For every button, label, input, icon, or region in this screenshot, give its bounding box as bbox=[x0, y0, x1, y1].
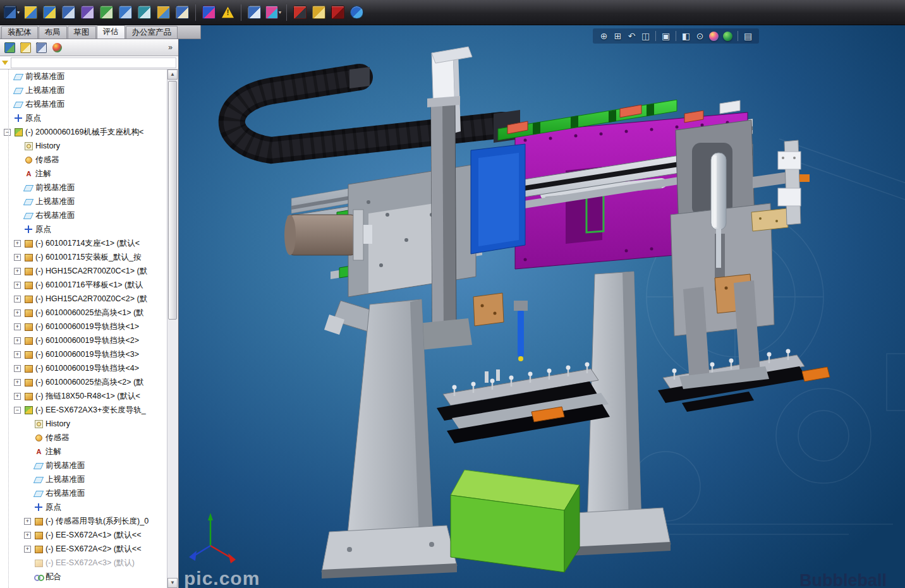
tree-item[interactable]: History bbox=[0, 417, 167, 431]
assembly-document-icon[interactable]: ▾ bbox=[4, 4, 20, 20]
exploded-view-icon[interactable] bbox=[311, 4, 327, 20]
tree-item[interactable]: 原点 bbox=[0, 222, 167, 236]
tab-4[interactable]: 评估 bbox=[97, 25, 125, 39]
curvature-display-icon[interactable]: ▾ bbox=[265, 4, 281, 20]
display-style-icon[interactable]: ◧ bbox=[680, 30, 692, 42]
zoom-to-area-icon[interactable]: ⊞ bbox=[612, 30, 624, 42]
tree-item[interactable]: 前视基准面 bbox=[0, 459, 167, 472]
tree-item[interactable]: 原点 bbox=[0, 500, 167, 514]
tab-5[interactable]: 办公室产品 bbox=[126, 26, 178, 39]
dropdown-arrow-icon[interactable]: ▾ bbox=[279, 9, 281, 15]
tree-item[interactable]: 注解 bbox=[0, 445, 167, 459]
dropdown-arrow-icon[interactable]: ▾ bbox=[17, 9, 20, 15]
tab-2[interactable]: 布局 bbox=[39, 26, 67, 39]
design-report-icon[interactable] bbox=[246, 4, 262, 20]
tree-item[interactable]: 前视基准面 bbox=[0, 69, 167, 83]
tree-item[interactable]: −(-) 20000060169机械手支座机构< bbox=[0, 125, 167, 139]
tree-item[interactable]: +(-) EE-SX672A<1> (默认<< bbox=[0, 528, 167, 542]
motion-study-icon[interactable] bbox=[292, 4, 308, 20]
edit-appearance-icon[interactable] bbox=[709, 32, 719, 41]
expand-toggle[interactable]: + bbox=[24, 546, 31, 553]
featuremanager-tree-tab-icon[interactable] bbox=[3, 41, 16, 54]
previous-view-icon[interactable]: ↶ bbox=[626, 30, 638, 42]
insert-component-icon[interactable] bbox=[23, 4, 39, 20]
expand-toggle[interactable]: + bbox=[14, 323, 21, 330]
expand-toggle[interactable]: + bbox=[14, 254, 21, 261]
expand-toggle[interactable]: + bbox=[14, 268, 21, 275]
tree-item[interactable]: 右视基准面 bbox=[0, 97, 167, 111]
expand-toggle[interactable]: + bbox=[14, 282, 21, 289]
interference-detection-icon[interactable]: ! bbox=[220, 4, 236, 20]
tree-item[interactable]: 传感器 bbox=[0, 431, 167, 445]
scroll-down-button[interactable]: ▼ bbox=[167, 578, 178, 588]
view-orientation-icon[interactable]: ▣ bbox=[660, 30, 672, 42]
tree-item[interactable]: +(-) 传感器用导轨(系列长度)_0 bbox=[0, 514, 167, 528]
propertymanager-tab-icon[interactable] bbox=[19, 41, 32, 54]
reference-geometry-icon[interactable] bbox=[155, 4, 171, 20]
tree-item[interactable]: (-) EE-SX672A<3> (默认) bbox=[0, 556, 167, 570]
tree-item[interactable]: +(-) 60100060019导轨挡块<4> bbox=[0, 361, 167, 375]
edit-appearance-icon[interactable] bbox=[201, 4, 217, 20]
tree-item[interactable]: +(-) 60100060019导轨挡块<1> bbox=[0, 320, 167, 333]
tree-item[interactable]: 前视基准面 bbox=[0, 181, 167, 195]
tree-item[interactable]: −(-) EE-SX672AX3+变长度导轨_ bbox=[0, 403, 167, 417]
expand-toggle[interactable]: + bbox=[14, 365, 21, 372]
panel-overflow-button[interactable]: » bbox=[166, 43, 175, 52]
view-settings-icon[interactable]: ▤ bbox=[742, 30, 754, 42]
expand-toggle[interactable]: + bbox=[14, 337, 21, 344]
expand-toggle[interactable]: + bbox=[14, 240, 21, 247]
tree-item[interactable]: 上视基准面 bbox=[0, 195, 167, 208]
tree-item[interactable]: +(-) EE-SX672A<2> (默认<< bbox=[0, 542, 167, 556]
expand-toggle[interactable]: + bbox=[14, 351, 21, 358]
tree-item[interactable]: +(-) 601001716平移板<1> (默认 bbox=[0, 278, 167, 292]
zoom-to-fit-icon[interactable]: ⊕ bbox=[598, 30, 610, 42]
mate-icon[interactable] bbox=[42, 4, 58, 20]
expand-toggle[interactable]: + bbox=[14, 379, 21, 386]
tree-item[interactable]: +(-) 601001714支座<1> (默认< bbox=[0, 236, 167, 250]
linear-component-pattern-icon[interactable] bbox=[61, 4, 76, 20]
expand-toggle[interactable]: + bbox=[14, 309, 21, 316]
tree-scrollbar[interactable]: ▲ ▼ bbox=[167, 69, 178, 588]
tree-item[interactable]: 上视基准面 bbox=[0, 472, 167, 486]
tree-item[interactable]: 右视基准面 bbox=[0, 208, 167, 222]
section-view-icon[interactable]: ◫ bbox=[640, 30, 652, 42]
move-component-icon[interactable] bbox=[99, 4, 114, 20]
tree-item[interactable]: +(-) 601001715安装板_默认_按 bbox=[0, 250, 167, 264]
filter-input[interactable] bbox=[11, 57, 176, 68]
tree-item[interactable]: 配合 bbox=[0, 570, 167, 584]
tree-item[interactable]: +(-) 60100060025垫高块<2> (默 bbox=[0, 375, 167, 389]
tab-1[interactable]: 装配体 bbox=[1, 26, 38, 39]
tree-item[interactable]: +(-) 60100060019导轨挡块<3> bbox=[0, 347, 167, 361]
tree-item[interactable]: 右视基准面 bbox=[0, 486, 167, 500]
assembly-features-icon[interactable] bbox=[137, 4, 152, 20]
tree-item[interactable]: +(-) HGH15CA2R700Z0C<1> (默 bbox=[0, 264, 167, 278]
tree-item[interactable]: +(-) HGH15CA2R700Z0C<2> (默 bbox=[0, 292, 167, 306]
expand-toggle[interactable]: + bbox=[14, 393, 21, 400]
3d-viewport[interactable]: pic.com Bubbleball ⊕⊞↶◫▣◧⊙▤ bbox=[179, 25, 905, 588]
tree-item[interactable]: 注解 bbox=[0, 167, 167, 181]
tree-item[interactable]: 原点 bbox=[0, 111, 167, 125]
expand-toggle[interactable]: + bbox=[14, 296, 21, 303]
configurationmanager-tab-icon[interactable] bbox=[35, 41, 47, 54]
scroll-up-button[interactable]: ▲ bbox=[167, 69, 178, 80]
show-hidden-components-icon[interactable] bbox=[118, 4, 133, 20]
tree-item[interactable]: History bbox=[0, 139, 167, 153]
bill-of-materials-icon[interactable] bbox=[174, 4, 190, 20]
tree-item[interactable]: 传感器 bbox=[0, 153, 167, 167]
smart-fasteners-icon[interactable] bbox=[80, 4, 95, 20]
scroll-thumb[interactable] bbox=[168, 81, 177, 320]
simulation-module-icon[interactable] bbox=[330, 4, 346, 20]
expand-toggle[interactable]: + bbox=[24, 518, 31, 525]
tree-item[interactable]: +(-) 60100060025垫高块<1> (默 bbox=[0, 306, 167, 320]
displaymanager-tab-icon[interactable] bbox=[51, 41, 63, 54]
expand-toggle[interactable]: − bbox=[4, 129, 11, 136]
expand-toggle[interactable]: + bbox=[24, 532, 31, 539]
tree-item[interactable]: +(-) 拖链18X50-R48<1> (默认< bbox=[0, 389, 167, 403]
tree-item[interactable]: +(-) 60100060019导轨挡块<2> bbox=[0, 333, 167, 347]
hide-show-items-icon[interactable]: ⊙ bbox=[694, 30, 706, 42]
tab-3[interactable]: 草图 bbox=[68, 26, 96, 39]
edrawings-globe-icon[interactable] bbox=[349, 4, 365, 20]
expand-toggle[interactable]: − bbox=[14, 407, 21, 414]
apply-scene-icon[interactable] bbox=[723, 32, 732, 41]
tree-item[interactable]: 上视基准面 bbox=[0, 83, 167, 97]
